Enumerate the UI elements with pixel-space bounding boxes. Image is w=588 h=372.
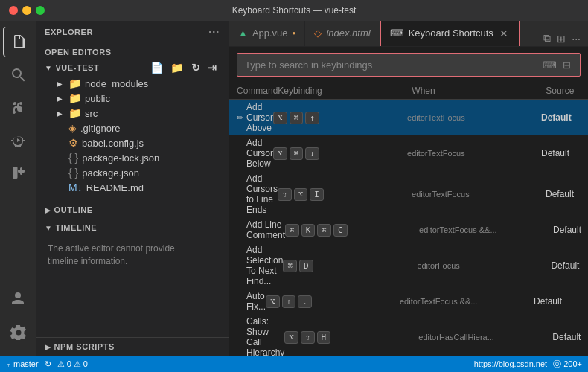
split-editor-icon[interactable]: ⧉ <box>542 31 552 46</box>
kb-keybinding-cell: ⌥⌘↑ <box>273 112 407 124</box>
kb-table-row[interactable]: ✏Add Cursor Below⌥⌘↓editorTextFocusDefau… <box>229 135 588 171</box>
kb-keybinding-cell: ⌥⇧H <box>284 331 418 344</box>
window-title: Keyboard Shortcuts — vue-test <box>232 5 357 16</box>
vue-test-header[interactable]: ▼ VUE-TEST 📄 📁 ↻ ⇥ <box>36 60 229 76</box>
kb-keybinding-cell: ⌥⇧. <box>266 295 400 308</box>
kb-table: Command Keybinding When Source ✏Add Curs… <box>229 83 588 356</box>
refresh-icon[interactable]: ↻ <box>189 61 203 74</box>
kb-when-cell: editorTextFocus <box>407 149 541 158</box>
kb-command-cell: ✏Add Cursors to Line Ends <box>237 173 278 215</box>
kb-command-cell: ✏Add Cursor Below <box>237 138 273 169</box>
npm-arrow: ▶ <box>45 343 51 351</box>
timeline-arrow: ▼ <box>45 224 52 232</box>
kb-table-row[interactable]: ✏Calls: Show Call Hierarchy⌥⇧HeditorHasC… <box>229 314 588 356</box>
files-activity-icon[interactable] <box>3 27 33 57</box>
command-label: Calls: Show Call Hierarchy <box>246 316 284 356</box>
key-badge: K <box>301 224 316 237</box>
key-badge: ⇧ <box>282 295 296 308</box>
extensions-activity-icon[interactable] <box>3 158 33 187</box>
sync-item[interactable]: ↻ <box>45 359 51 369</box>
tab-label: App.vue <box>252 28 288 39</box>
tab-bar: ▲ App.vue ● ◇ index.html ⌨ Keyboard Shor… <box>229 21 588 47</box>
source-control-activity-icon[interactable] <box>3 92 33 122</box>
key-badge: ⇧ <box>301 331 315 344</box>
warning-icon: ⚠ <box>74 359 81 369</box>
key-badge: . <box>298 295 312 308</box>
new-file-icon[interactable]: 📄 <box>148 61 166 74</box>
kb-command-cell: ✏Auto Fix... <box>237 291 266 312</box>
new-folder-icon[interactable]: 📁 <box>168 61 186 74</box>
npm-scripts-label: NPM SCRIPTS <box>54 342 115 351</box>
git-icon: ◈ <box>68 122 77 134</box>
editor-layout-icon[interactable]: ⊞ <box>555 31 567 46</box>
kb-when-cell: editorTextFocus &&... <box>419 225 553 234</box>
package-json-item[interactable]: ▶ { } package.json <box>36 165 229 180</box>
kb-table-row[interactable]: ✏Auto Fix...⌥⇧.editorTextFocus &&...Defa… <box>229 289 588 314</box>
key-badge: ⌘ <box>290 112 304 124</box>
kb-table-row[interactable]: ✏Add Cursors to Line Ends⇧⌥IeditorTextFo… <box>229 171 588 217</box>
kb-table-row[interactable]: ✏Add Line Comment⌘K⌘CeditorTextFocus &&.… <box>229 217 588 243</box>
babel-config-item[interactable]: ▶ ⚙ babel.config.js <box>36 135 229 150</box>
outline-header[interactable]: ▶ OUTLINE <box>36 201 229 219</box>
kb-keybinding-cell: ⌘D <box>283 260 417 272</box>
search-input[interactable] <box>245 60 535 71</box>
more-actions-icon[interactable]: ··· <box>570 31 582 46</box>
errors-item[interactable]: ⚠ 0 ⚠ 0 <box>57 359 88 369</box>
account-activity-icon[interactable] <box>3 284 33 314</box>
kb-command-cell: ✏Calls: Show Call Hierarchy <box>237 316 284 356</box>
statusbar-left: ⑂ master ↻ ⚠ 0 ⚠ 0 <box>6 359 88 369</box>
minimize-dot[interactable] <box>22 6 31 15</box>
kb-source-cell: Default <box>553 225 588 235</box>
open-editors-section[interactable]: OPEN EDITORS <box>36 43 229 60</box>
kb-table-header: Command Keybinding When Source <box>229 83 588 100</box>
tab-close-icon[interactable]: ✕ <box>498 27 510 40</box>
info-item[interactable]: ⓪ 200+ <box>553 359 582 370</box>
kb-source-cell: Default <box>534 296 588 307</box>
tab-bar-actions: ⧉ ⊞ ··· <box>536 31 588 46</box>
key-badge: H <box>317 331 331 344</box>
node-modules-item[interactable]: ▶ 📁 node_modules <box>36 76 229 91</box>
search-activity-icon[interactable] <box>3 60 33 89</box>
key-badge: ↓ <box>305 147 319 160</box>
branch-item[interactable]: ⑂ master <box>6 359 39 368</box>
public-item[interactable]: ▶ 📁 public <box>36 91 229 106</box>
command-label: Auto Fix... <box>246 291 266 312</box>
key-badge: I <box>310 188 324 201</box>
statusbar: ⑂ master ↻ ⚠ 0 ⚠ 0 https://blog.csdn.net… <box>0 356 588 372</box>
url-item[interactable]: https://blog.csdn.net <box>474 359 547 368</box>
md-icon: M↓ <box>68 182 83 193</box>
debug-activity-icon[interactable] <box>3 125 33 155</box>
tab-app-vue[interactable]: ▲ App.vue ● <box>229 21 305 46</box>
explorer-header-dots[interactable]: ··· <box>208 25 220 39</box>
tab-keyboard-shortcuts[interactable]: ⌨ Keyboard Shortcuts ✕ <box>380 21 520 46</box>
kb-command-cell: ✏Add Selection To Next Find... <box>237 245 283 286</box>
key-badge: ⌥ <box>266 295 280 308</box>
readme-item[interactable]: ▶ M↓ README.md <box>36 180 229 195</box>
collapse-icon[interactable]: ⇥ <box>205 61 220 74</box>
gitignore-item[interactable]: ▶ ◈ .gitignore <box>36 121 229 135</box>
close-dot[interactable] <box>9 6 18 15</box>
settings-activity-icon[interactable] <box>3 317 33 347</box>
kb-table-row[interactable]: ✏Add Selection To Next Find...⌘DeditorFo… <box>229 243 588 289</box>
tab-index-html[interactable]: ◇ index.html <box>305 21 380 46</box>
branch-label: master <box>13 359 39 368</box>
outline-label: OUTLINE <box>54 205 93 214</box>
src-item[interactable]: ▶ 📁 src <box>36 106 229 121</box>
json-icon: { } <box>68 152 78 164</box>
explorer-header[interactable]: EXPLORER ··· <box>36 21 229 43</box>
filter-icon[interactable]: ⊟ <box>561 58 572 72</box>
record-keys-icon[interactable]: ⌨ <box>541 58 558 72</box>
maximize-dot[interactable] <box>36 6 45 15</box>
kb-when-cell: editorTextFocus &&... <box>400 297 534 306</box>
kb-keybinding-cell: ⌥⌘↓ <box>273 147 407 160</box>
html-tab-icon: ◇ <box>314 28 322 39</box>
kb-table-row[interactable]: ✏Add Cursor Above⌥⌘↑editorTextFocusDefau… <box>229 100 588 135</box>
timeline-header[interactable]: ▼ TIMELINE <box>36 219 229 237</box>
timeline-message: The active editor cannot providetimeline… <box>36 237 229 274</box>
open-editors-label: OPEN EDITORS <box>45 48 112 57</box>
package-lock-item[interactable]: ▶ { } package-lock.json <box>36 150 229 165</box>
npm-scripts-header[interactable]: ▶ NPM SCRIPTS <box>36 338 229 356</box>
npm-scripts-section: ▶ NPM SCRIPTS <box>36 337 229 356</box>
tree-item-label: node_modules <box>85 78 148 89</box>
folder-icon: 📁 <box>68 77 81 89</box>
